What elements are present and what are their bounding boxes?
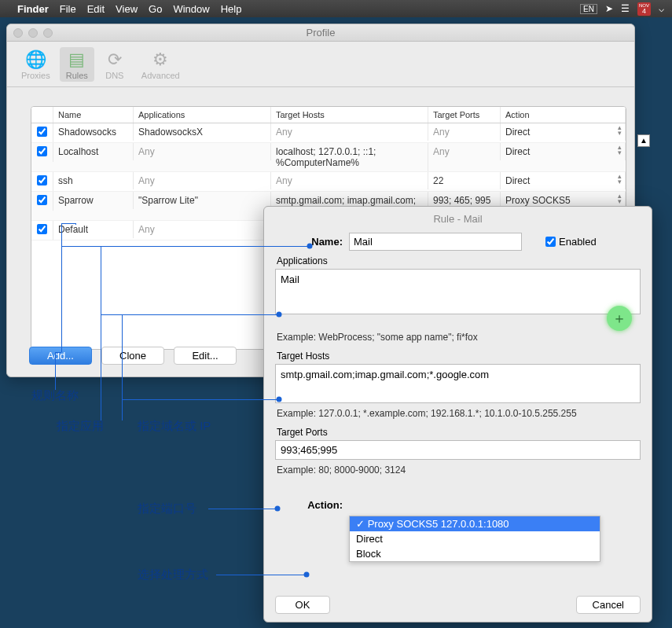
name-input[interactable]: [349, 233, 522, 251]
col-port[interactable]: Target Ports: [428, 107, 501, 123]
ok-button[interactable]: OK: [275, 596, 330, 614]
action-option-direct[interactable]: Direct: [350, 531, 600, 546]
edit-button[interactable]: Edit...: [174, 347, 237, 365]
enabled-checkbox[interactable]: Enabled: [545, 236, 597, 248]
action-label: Action:: [275, 499, 343, 511]
menu-edit[interactable]: Edit: [87, 3, 105, 15]
table-row[interactable]: LocalhostAnylocalhost; 127.0.0.1; ::1; %…: [31, 143, 626, 172]
row-checkbox[interactable]: [37, 175, 47, 185]
annotation-hosts: 指定域名或 IP: [138, 419, 211, 434]
scroll-up-button[interactable]: ▲: [637, 134, 650, 147]
add-button[interactable]: Add...: [29, 347, 92, 365]
annotation-rule-name: 规则名称: [31, 388, 79, 403]
apps-textarea[interactable]: Mail ＋: [275, 269, 641, 314]
menu-bar: Finder File Edit View Go Window Help EN …: [0, 0, 672, 17]
action-option-proxy[interactable]: Proxy SOCKS5 127.0.0.1:1080: [350, 516, 600, 531]
bottom-buttons: Add... Clone Edit...: [29, 347, 237, 365]
col-app[interactable]: Applications: [134, 107, 271, 123]
row-checkbox[interactable]: [37, 146, 47, 156]
toolbar-advanced[interactable]: ⚙Advanced: [135, 47, 186, 82]
display-icon[interactable]: ⌵: [659, 3, 664, 14]
row-checkbox[interactable]: [37, 127, 47, 137]
menu-app[interactable]: Finder: [17, 3, 49, 15]
table-row[interactable]: ShadowsocksShadowsocksXAnyAnyDirect▴▾: [31, 123, 626, 143]
rule-title: Rule - Mail: [275, 213, 641, 225]
profile-toolbar: 🌐Proxies ▤Rules ⟳DNS ⚙Advanced: [7, 42, 634, 87]
gear-icon: ⚙: [149, 49, 171, 71]
toolbar-proxies[interactable]: 🌐Proxies: [15, 47, 57, 82]
annotation-apps: 指定应用: [57, 419, 104, 434]
clone-button[interactable]: Clone: [101, 347, 164, 365]
ports-label: Target Ports: [277, 427, 641, 438]
toolbar-dns[interactable]: ⟳DNS: [97, 47, 132, 82]
annotation-ports: 指定端口号: [138, 501, 196, 516]
hosts-label: Target Hosts: [277, 351, 641, 362]
profile-titlebar[interactable]: Profile: [7, 24, 634, 42]
menu-go[interactable]: Go: [149, 3, 162, 15]
rule-dialog: Rule - Mail Name: Enabled Applications M…: [263, 206, 652, 622]
window-controls[interactable]: [13, 28, 53, 38]
dns-icon: ⟳: [104, 49, 126, 71]
menu-view[interactable]: View: [116, 3, 138, 15]
row-checkbox[interactable]: [37, 224, 47, 234]
action-dropdown[interactable]: Proxy SOCKS5 127.0.0.1:1080 Direct Block: [349, 516, 600, 562]
hosts-textarea[interactable]: smtp.gmail.com;imap.gmail.com;*.google.c…: [275, 364, 641, 403]
row-checkbox[interactable]: [37, 195, 47, 205]
globe-icon: 🌐: [24, 49, 46, 71]
cancel-button[interactable]: Cancel: [576, 596, 641, 614]
menu-window[interactable]: Window: [173, 3, 209, 15]
lang-indicator[interactable]: EN: [580, 4, 597, 14]
calendar-icon[interactable]: NOV4: [637, 2, 651, 16]
profile-title: Profile: [307, 27, 336, 39]
apps-label: Applications: [277, 255, 641, 266]
hosts-hint: Example: 127.0.0.1; *.example.com; 192.1…: [277, 408, 641, 419]
list-icon[interactable]: ☰: [621, 3, 630, 14]
annotation-action: 选择处理方式: [138, 567, 208, 582]
apps-hint: Example: WebProcess; "some app name"; fi…: [277, 332, 641, 343]
table-header: Name Applications Target Hosts Target Po…: [31, 107, 626, 123]
toolbar-rules[interactable]: ▤Rules: [60, 47, 94, 82]
col-name[interactable]: Name: [53, 107, 134, 123]
location-icon[interactable]: ➤: [605, 3, 613, 14]
ports-input[interactable]: [275, 440, 641, 460]
col-host[interactable]: Target Hosts: [271, 107, 428, 123]
table-row[interactable]: sshAnyAny22Direct▴▾: [31, 172, 626, 192]
list-icon: ▤: [66, 49, 88, 71]
menu-file[interactable]: File: [60, 3, 76, 15]
ports-hint: Example: 80; 8000-9000; 3124: [277, 465, 641, 476]
menu-help[interactable]: Help: [221, 3, 242, 15]
add-app-button[interactable]: ＋: [607, 306, 632, 331]
action-option-block[interactable]: Block: [350, 546, 600, 561]
col-action[interactable]: Action: [501, 107, 626, 123]
